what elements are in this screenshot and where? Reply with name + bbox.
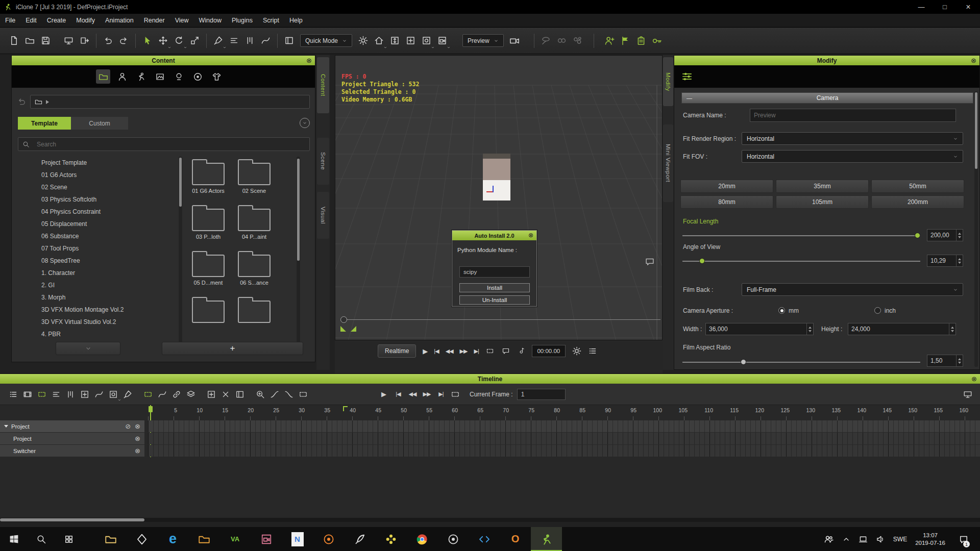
width-spinner[interactable]: 36,000 [705,323,814,335]
taskbar-app-store[interactable] [126,527,157,551]
tree-item[interactable]: 2. GI [18,279,178,291]
scene-object-top[interactable] [483,154,510,159]
timeline-rewind-button[interactable]: ◀◀ [405,388,420,401]
sliders-icon[interactable] [681,71,693,82]
playhead-handle[interactable] [149,406,153,412]
timeline-play-button[interactable]: ▶ [377,388,391,401]
track-row[interactable]: Switcher ⊗ [0,445,144,457]
align-vertical-icon[interactable] [242,33,258,48]
new-project-icon[interactable] [6,33,22,48]
transition-icon[interactable] [63,388,78,401]
network-icon[interactable] [859,535,868,544]
tree-item[interactable]: 4. PBR [18,328,178,340]
tree-item[interactable]: 3D VFX Virtual Studio Vol.2 [18,316,178,328]
timeline-go-end-button[interactable]: ▶| [434,388,448,401]
module-name-input[interactable] [459,266,530,278]
tree-item[interactable]: 3D VFX Motion Montage Vol.2 [18,304,178,316]
add-actor-icon[interactable] [602,33,618,48]
play-range-icon[interactable] [448,388,462,401]
tree-item[interactable]: 07 Tool Props [18,242,178,255]
add-view-icon[interactable] [403,33,419,48]
camera-name-input[interactable] [750,109,956,122]
camera-dolly-track[interactable] [344,319,660,320]
taskbar-clock[interactable]: 13:07 2019-07-16 [915,532,945,547]
category-scene-icon[interactable] [153,69,167,84]
focal-length-spinner[interactable]: 200,00 [927,229,963,241]
mute-icon[interactable] [517,347,525,355]
tab-visual[interactable]: Visual [317,192,329,239]
track-lane[interactable] [148,445,980,457]
tab-scene[interactable]: Scene [317,138,329,185]
content-close-icon[interactable]: ⊗ [306,56,312,65]
link-icon[interactable] [169,388,184,401]
add-content-button[interactable]: + [162,342,303,355]
folder-item[interactable] [234,294,274,339]
spinner-arrows[interactable] [956,355,963,366]
people-icon[interactable] [824,534,834,544]
ease-out-icon[interactable] [282,388,296,401]
open-project-icon[interactable] [22,33,38,48]
taskbar-app-edge[interactable]: e [157,527,188,551]
current-frame-input[interactable] [517,389,566,400]
back-icon[interactable] [17,97,26,106]
timeline-monitor-icon[interactable] [961,388,975,401]
rotate-tool-icon[interactable] [171,33,187,48]
menu-item[interactable]: Plugins [227,14,258,27]
render-settings-icon[interactable] [419,33,434,48]
render-preview-icon[interactable] [572,346,581,356]
menu-item[interactable]: Render [139,14,170,27]
fit-view-icon[interactable] [387,33,403,48]
delete-track-icon[interactable] [218,388,233,401]
taskbar-app-photo[interactable] [375,527,406,551]
track-list-icon[interactable] [6,388,20,401]
tree-scrollbar[interactable] [179,157,182,342]
menu-item[interactable]: Modify [71,14,100,27]
tree-item[interactable]: 05 Displacement [18,218,178,230]
curve-editor-icon[interactable] [155,388,169,401]
track-group-lane[interactable] [148,420,980,432]
media-track-icon[interactable] [20,388,35,401]
track-row[interactable]: Project ⊗ [0,433,144,444]
taskbar-app-notepad[interactable]: N [282,527,313,551]
taskbar-search-icon[interactable] [28,527,55,551]
key-icon[interactable] [649,33,665,48]
physics-icon[interactable] [570,33,585,48]
category-motion-icon[interactable] [134,69,148,84]
folder-item[interactable]: 05 D...ment [188,248,228,293]
search-input[interactable] [33,141,305,148]
folder-item[interactable] [188,294,228,339]
inch-radio[interactable] [874,307,881,314]
camera-dolly-knob[interactable] [340,316,347,323]
expand-triangle-icon[interactable] [4,425,8,430]
flag-icon[interactable] [618,33,633,48]
tree-item[interactable]: 3. Morph [18,291,178,304]
lens-preset-button[interactable]: 200mm [871,195,964,209]
spinner-arrows[interactable] [956,230,963,241]
tree-item[interactable]: Project Template [18,157,178,169]
tab-content[interactable]: Content [317,57,329,113]
scene-object-base[interactable] [483,180,510,201]
home-view-icon[interactable] [371,33,387,48]
install-button[interactable]: Install [459,283,530,292]
uninstall-button[interactable]: Un-Install [459,295,530,305]
film-back-dropdown[interactable]: Full-Frame [742,283,963,296]
quick-mode-button[interactable]: Quick Mode [300,34,352,47]
save-project-icon[interactable] [38,33,54,48]
spinner-arrows[interactable] [806,323,813,335]
focal-length-slider[interactable] [682,235,920,236]
track-group-row[interactable]: Project ⊘ ⊗ [0,420,144,432]
caption-icon[interactable] [501,347,510,355]
scale-tool-icon[interactable] [187,33,203,48]
taskbar-app-paint3d[interactable] [251,527,282,551]
flatten-track-icon[interactable] [49,388,63,401]
loop-toggle-icon[interactable] [296,388,310,401]
spinner-arrows[interactable] [956,255,963,266]
close-button[interactable]: × [957,0,980,14]
angle-of-view-slider[interactable] [682,261,920,262]
spinner-arrows[interactable] [949,323,955,335]
taskbar-app-folder[interactable] [188,527,219,551]
taskbar-app-file-explorer[interactable] [95,527,126,551]
lasso-icon[interactable] [538,33,554,48]
menu-item[interactable]: Edit [20,14,42,27]
render-icon[interactable] [61,33,77,48]
